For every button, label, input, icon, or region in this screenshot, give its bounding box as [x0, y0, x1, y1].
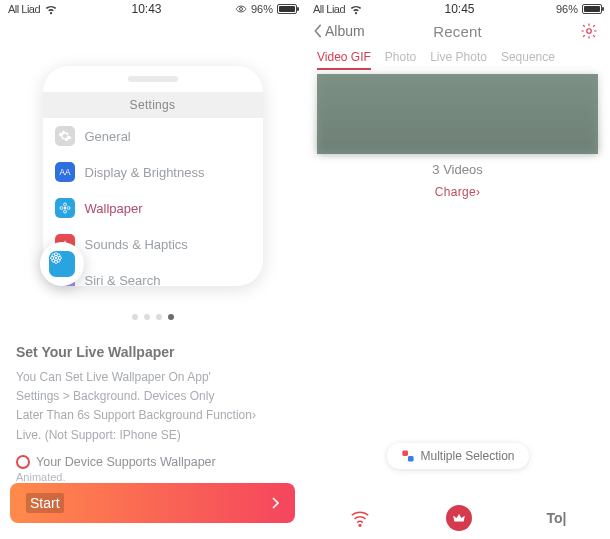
svg-point-5	[60, 207, 63, 210]
settings-row-label: Display & Brightness	[85, 165, 205, 180]
svg-point-19	[359, 524, 361, 526]
settings-row-label: Siri & Search	[85, 273, 161, 287]
battery-pct: 96%	[556, 3, 578, 15]
gear-icon	[55, 126, 75, 146]
select-icon	[400, 449, 414, 463]
svg-point-12	[52, 254, 55, 257]
brightness-icon: AA	[55, 162, 75, 182]
page-indicator	[0, 314, 305, 320]
body-line: Later Than 6s Support Background Functio…	[16, 406, 289, 425]
back-button[interactable]: Album	[313, 23, 365, 39]
charge-link[interactable]: Charge›	[305, 185, 610, 199]
svg-point-0	[239, 8, 242, 11]
settings-row-wallpaper[interactable]: Wallpaper	[43, 190, 263, 226]
back-label: Album	[325, 23, 365, 39]
flower-icon	[55, 198, 75, 218]
carrier-label: All Liad	[313, 3, 345, 15]
premium-button[interactable]	[446, 505, 472, 531]
bottom-right-text: To|	[547, 510, 567, 526]
chevron-right-icon	[271, 497, 279, 509]
video-count: 3 Videos	[305, 162, 610, 177]
svg-point-6	[67, 207, 70, 210]
ring-icon	[16, 455, 30, 469]
tab-video[interactable]: Video GIF	[317, 50, 371, 70]
svg-rect-17	[402, 450, 408, 456]
dot	[144, 314, 150, 320]
multiple-selection-label: Multiple Selection	[420, 449, 514, 463]
phone-notch	[128, 76, 178, 82]
status-bar: All Liad 10:45 96%	[305, 0, 610, 16]
body-line: Settings > Background. Devices Only	[16, 387, 289, 406]
svg-point-7	[55, 257, 57, 259]
right-pane: All Liad 10:45 96% Album Recent Video GI…	[305, 0, 610, 539]
svg-point-3	[63, 203, 66, 206]
svg-point-13	[57, 259, 60, 262]
battery-pct: 96%	[251, 3, 273, 15]
start-button[interactable]: Start	[10, 483, 295, 523]
carrier-label: All Liad	[8, 3, 40, 15]
tab-photo[interactable]: Photo	[385, 50, 416, 70]
left-pane: All Liad 10:43 96% Settings General AA D…	[0, 0, 305, 539]
dot	[132, 314, 138, 320]
battery-icon	[582, 4, 602, 14]
svg-point-15	[52, 259, 55, 262]
support-line: Your Device Supports Wallpaper	[16, 455, 289, 469]
wifi-icon	[349, 2, 363, 16]
nav-title: Recent	[433, 23, 482, 40]
status-bar: All Liad 10:43 96%	[0, 0, 305, 16]
tab-sequence[interactable]: Sequence	[501, 50, 555, 70]
wallpaper-callout	[40, 242, 84, 286]
svg-point-16	[587, 29, 592, 34]
support-text: Your Device Supports Wallpaper	[36, 455, 216, 469]
dot-active	[168, 314, 174, 320]
page-heading: Set Your Live Wallpaper	[16, 344, 289, 360]
media-tabs: Video GIF Photo Live Photo Sequence	[305, 46, 610, 70]
dot	[156, 314, 162, 320]
clock: 10:43	[132, 2, 162, 16]
multiple-selection-button[interactable]: Multiple Selection	[386, 443, 528, 469]
tab-live[interactable]: Live Photo	[430, 50, 487, 70]
clock: 10:45	[445, 2, 475, 16]
settings-row-label: Sounds & Haptics	[85, 237, 188, 252]
settings-row-label: Wallpaper	[85, 201, 143, 216]
bottom-bar: To|	[305, 505, 610, 531]
body-line: Live. (Not Support: IPhone SE)	[16, 426, 289, 445]
settings-row-display[interactable]: AA Display & Brightness	[43, 154, 263, 190]
settings-button[interactable]	[580, 22, 598, 40]
body-line: You Can Set Live Wallpaper On App'	[16, 368, 289, 387]
svg-rect-18	[407, 456, 413, 462]
svg-point-14	[57, 254, 60, 257]
svg-point-2	[63, 207, 65, 209]
settings-row-label: General	[85, 129, 131, 144]
flower-icon	[49, 251, 75, 277]
eye-icon	[235, 3, 247, 15]
battery-icon	[277, 4, 297, 14]
nav-bar: Album Recent	[305, 16, 610, 46]
settings-header: Settings	[43, 92, 263, 118]
animated-text: Animated.	[16, 471, 289, 483]
svg-text:AA: AA	[59, 168, 70, 177]
start-button-label: Start	[26, 493, 64, 513]
wifi-icon	[44, 2, 58, 16]
wifi-tab-icon[interactable]	[349, 507, 371, 529]
svg-point-4	[63, 210, 66, 213]
body-text: You Can Set Live Wallpaper On App' Setti…	[16, 368, 289, 445]
settings-row-general[interactable]: General	[43, 118, 263, 154]
video-thumbnail[interactable]	[317, 74, 598, 154]
